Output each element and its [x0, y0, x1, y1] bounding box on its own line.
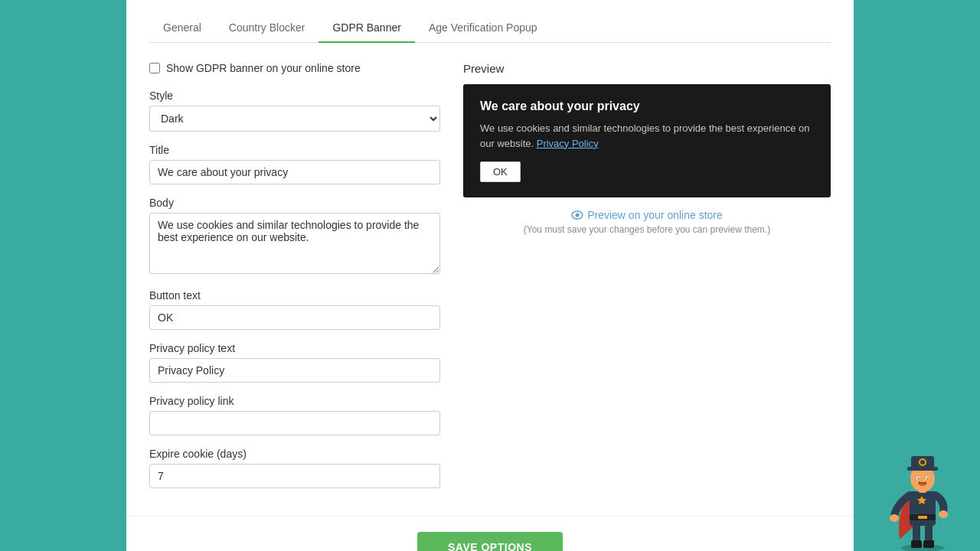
- preview-banner-title: We care about your privacy: [480, 99, 814, 113]
- preview-ok-button[interactable]: OK: [480, 161, 521, 182]
- body-label: Body: [149, 197, 440, 209]
- style-select[interactable]: Dark Light: [149, 106, 440, 132]
- mascot-figure: [888, 452, 957, 551]
- privacy-policy-text-label: Privacy policy text: [149, 342, 440, 354]
- preview-store-link[interactable]: Preview on your online store: [463, 209, 831, 221]
- title-group: Title: [149, 144, 440, 184]
- tab-general[interactable]: General: [149, 14, 215, 43]
- preview-banner-body: We use cookies and similar technologies …: [480, 121, 814, 151]
- privacy-policy-text-group: Privacy policy text: [149, 342, 440, 383]
- privacy-policy-link-input[interactable]: [149, 411, 440, 435]
- expire-cookie-group: Expire cookie (days): [149, 448, 440, 488]
- svg-rect-10: [923, 540, 934, 548]
- button-text-label: Button text: [149, 289, 440, 302]
- page-container: Settings General Country Blocker GDPR Ba…: [0, 0, 980, 551]
- svg-point-1: [576, 214, 580, 217]
- left-panel: Show GDPR banner on your online store St…: [149, 62, 440, 500]
- settings-panel: Settings General Country Blocker GDPR Ba…: [126, 0, 854, 551]
- svg-point-19: [918, 478, 920, 480]
- preview-store-note: (You must save your changes before you c…: [463, 224, 831, 235]
- svg-rect-5: [918, 516, 927, 519]
- svg-point-21: [890, 514, 899, 522]
- style-group: Style Dark Light: [149, 90, 440, 132]
- button-text-input[interactable]: [149, 305, 440, 330]
- tab-gdpr-banner[interactable]: GDPR Banner: [318, 14, 414, 43]
- privacy-policy-link-group: Privacy policy link: [149, 395, 440, 435]
- police-mascot-svg: [888, 452, 957, 551]
- body-textarea[interactable]: We use cookies and similar technologies …: [149, 213, 440, 274]
- svg-rect-9: [911, 540, 922, 548]
- tabs-bar: General Country Blocker GDPR Banner Age …: [149, 14, 831, 43]
- eye-icon: [571, 210, 583, 220]
- show-gdpr-row: Show GDPR banner on your online store: [149, 62, 440, 74]
- title-input[interactable]: [149, 160, 440, 184]
- svg-point-20: [927, 478, 929, 480]
- title-label: Title: [149, 144, 440, 156]
- privacy-policy-text-input[interactable]: [149, 358, 440, 383]
- button-text-group: Button text: [149, 289, 440, 330]
- svg-rect-3: [910, 491, 936, 526]
- preview-title: Preview: [463, 62, 831, 75]
- expire-cookie-input[interactable]: [149, 464, 440, 488]
- tab-age-verification[interactable]: Age Verification Popup: [415, 14, 551, 43]
- content-area: Show GDPR banner on your online store St…: [149, 62, 831, 500]
- svg-point-22: [939, 510, 948, 518]
- style-label: Style: [149, 90, 440, 102]
- privacy-policy-link-label: Privacy policy link: [149, 395, 440, 407]
- tab-country-blocker[interactable]: Country Blocker: [215, 14, 319, 43]
- svg-point-16: [920, 460, 925, 465]
- show-gdpr-checkbox[interactable]: [149, 63, 160, 73]
- save-options-button[interactable]: SAVE OPTIONS: [417, 532, 563, 551]
- show-gdpr-label: Show GDPR banner on your online store: [166, 62, 361, 74]
- expire-cookie-label: Expire cookie (days): [149, 448, 440, 460]
- body-group: Body We use cookies and similar technolo…: [149, 197, 440, 277]
- preview-panel: Preview We care about your privacy We us…: [463, 62, 831, 500]
- footer-divider: [126, 516, 854, 517]
- preview-banner: We care about your privacy We use cookie…: [463, 84, 831, 197]
- preview-privacy-link[interactable]: Privacy Policy: [537, 138, 599, 149]
- svg-point-2: [901, 544, 944, 551]
